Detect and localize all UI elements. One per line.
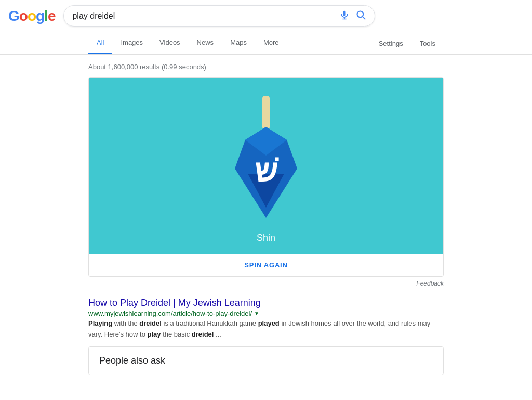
dreidel-svg: שׁ xyxy=(219,93,313,228)
tab-news[interactable]: News xyxy=(189,32,222,54)
tools-link[interactable]: Tools xyxy=(411,33,444,54)
people-also-ask-title: People also ask xyxy=(99,355,433,366)
logo-o2: o xyxy=(28,8,36,24)
mic-icon[interactable] xyxy=(339,10,350,22)
tab-all[interactable]: All xyxy=(88,32,112,54)
feedback-row: Feedback xyxy=(88,279,444,291)
logo-o1: o xyxy=(19,8,28,24)
svg-rect-5 xyxy=(262,96,270,130)
dreidel-letter-label: Shin xyxy=(257,233,275,243)
dreidel-svg-container: שׁ Shin xyxy=(219,93,313,243)
settings-link[interactable]: Settings xyxy=(370,33,411,54)
feedback-link[interactable]: Feedback xyxy=(416,280,444,287)
result-title-1: How to Play Dreidel | My Jewish Learning xyxy=(88,298,444,308)
result-url-row-1: www.myjewishlearning.com/article/how-to-… xyxy=(88,309,444,317)
result-snippet-1: Playing with the dreidel is a traditiona… xyxy=(88,318,444,340)
search-icons xyxy=(339,10,366,22)
result-url-1: www.myjewishlearning.com/article/how-to-… xyxy=(88,309,252,317)
dropdown-arrow-icon[interactable]: ▼ xyxy=(254,311,259,316)
results-count: About 1,600,000 results (0.99 seconds) xyxy=(88,59,444,77)
search-icon[interactable] xyxy=(356,10,366,22)
spin-again-area: SPIN AGAIN xyxy=(89,254,443,276)
result-link-1[interactable]: How to Play Dreidel | My Jewish Learning xyxy=(88,298,261,308)
tab-images[interactable]: Images xyxy=(112,32,151,54)
header: Google xyxy=(0,0,532,32)
logo-e: e xyxy=(48,8,56,24)
google-logo: Google xyxy=(8,8,55,24)
nav-tabs: All Images Videos News Maps More Setting… xyxy=(0,32,532,55)
svg-line-4 xyxy=(363,17,365,19)
search-bar[interactable] xyxy=(63,5,375,27)
svg-text:שׁ: שׁ xyxy=(255,153,279,188)
tab-maps[interactable]: Maps xyxy=(222,32,255,54)
main-content: About 1,600,000 results (0.99 seconds) ש… xyxy=(0,55,532,379)
dreidel-widget: שׁ Shin SPIN AGAIN xyxy=(88,77,444,277)
search-result-1: How to Play Dreidel | My Jewish Learning… xyxy=(88,298,444,340)
tab-more[interactable]: More xyxy=(255,32,287,54)
spin-again-button[interactable]: SPIN AGAIN xyxy=(244,261,287,269)
logo-g: g xyxy=(36,8,44,24)
logo-l: l xyxy=(44,8,48,24)
logo-G: G xyxy=(8,8,19,24)
svg-rect-0 xyxy=(343,11,346,16)
search-input[interactable] xyxy=(72,11,339,21)
people-also-ask: People also ask xyxy=(88,346,444,375)
tab-videos[interactable]: Videos xyxy=(151,32,189,54)
dreidel-display: שׁ Shin xyxy=(89,78,443,254)
